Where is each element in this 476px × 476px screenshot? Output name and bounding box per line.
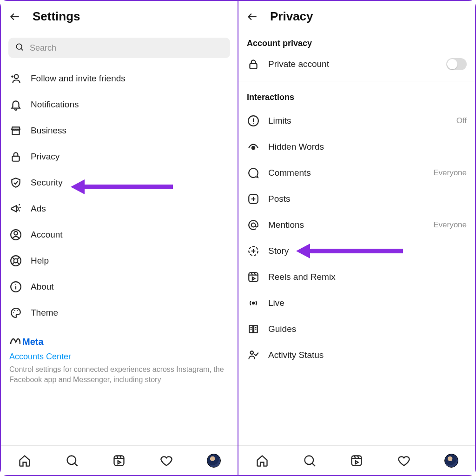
list-item-label: Posts xyxy=(268,194,467,204)
home-icon[interactable] xyxy=(255,454,269,468)
svg-point-3 xyxy=(14,74,19,79)
settings-item-security[interactable]: Security xyxy=(1,170,238,196)
account-icon xyxy=(9,228,22,241)
story-icon xyxy=(247,245,260,258)
avatar xyxy=(207,454,221,468)
svg-point-40 xyxy=(251,223,256,227)
meta-logo: Meta xyxy=(9,336,229,347)
list-item-label: Ads xyxy=(31,204,229,214)
settings-panel: Settings Search Follow and invite friend… xyxy=(1,1,238,475)
svg-marker-30 xyxy=(118,461,121,464)
reels-icon xyxy=(247,271,260,284)
svg-line-17 xyxy=(12,262,14,264)
privacy-panel: Privacy Account privacy Private account … xyxy=(238,1,475,475)
svg-rect-57 xyxy=(352,456,362,465)
search-nav-icon[interactable] xyxy=(65,454,79,468)
svg-line-15 xyxy=(17,262,20,264)
at-sign-icon xyxy=(247,218,260,231)
list-item-label: Private account xyxy=(268,59,438,69)
settings-list: Follow and invite friends Notifications … xyxy=(1,63,238,326)
list-item-label: Notifications xyxy=(31,99,229,110)
list-item-label: Account xyxy=(31,230,229,240)
privacy-item-mentions[interactable]: Mentions Everyone xyxy=(238,212,475,238)
svg-point-24 xyxy=(67,456,76,464)
guides-icon xyxy=(247,323,260,336)
privacy-item-limits[interactable]: Limits Off xyxy=(238,108,475,134)
lifebuoy-icon xyxy=(9,254,22,267)
plus-square-icon xyxy=(247,192,260,205)
privacy-item-comments[interactable]: Comments Everyone xyxy=(238,160,475,186)
reels-nav-icon[interactable] xyxy=(350,454,364,468)
settings-item-ads[interactable]: Ads xyxy=(1,196,238,222)
privacy-item-live[interactable]: Live xyxy=(238,290,475,316)
list-item-trail: Everyone xyxy=(433,220,467,230)
list-item-trail: Everyone xyxy=(433,168,467,178)
svg-point-13 xyxy=(14,259,18,263)
section-interactions: Interactions xyxy=(238,81,475,105)
eye-hidden-icon xyxy=(247,140,260,153)
interactions-list: Limits Off Hidden Words Comments Everyon… xyxy=(238,105,475,368)
privacy-item-private-account[interactable]: Private account xyxy=(238,51,475,77)
settings-item-notifications[interactable]: Notifications xyxy=(1,92,238,118)
meta-section: Meta Accounts Center Control settings fo… xyxy=(1,326,238,387)
svg-rect-6 xyxy=(12,156,19,161)
meta-brand-text: Meta xyxy=(22,337,44,347)
svg-marker-61 xyxy=(356,461,358,464)
svg-point-23 xyxy=(17,310,18,311)
heart-nav-icon[interactable] xyxy=(397,454,411,468)
toggle-switch[interactable] xyxy=(446,58,467,70)
back-arrow-icon[interactable] xyxy=(8,10,21,23)
accounts-center-link[interactable]: Accounts Center xyxy=(9,347,229,364)
heart-nav-icon[interactable] xyxy=(159,454,173,468)
page-title: Privacy xyxy=(270,9,313,24)
svg-point-54 xyxy=(251,351,254,354)
svg-point-22 xyxy=(14,310,15,311)
list-item-label: Mentions xyxy=(268,220,425,230)
list-item-label: Privacy xyxy=(31,152,229,162)
settings-item-follow-invite[interactable]: Follow and invite friends xyxy=(1,66,238,92)
profile-nav-icon[interactable] xyxy=(207,454,221,468)
svg-line-14 xyxy=(12,257,14,259)
settings-item-account[interactable]: Account xyxy=(1,222,238,248)
reels-nav-icon[interactable] xyxy=(112,454,126,468)
meta-description: Control settings for connected experienc… xyxy=(9,364,229,387)
svg-rect-44 xyxy=(249,272,258,282)
profile-nav-icon[interactable] xyxy=(444,454,458,468)
privacy-item-guides[interactable]: Guides xyxy=(238,316,475,342)
settings-item-privacy[interactable]: Privacy xyxy=(1,144,238,170)
bell-icon xyxy=(9,98,22,111)
storefront-icon xyxy=(9,124,22,137)
svg-point-21 xyxy=(13,312,14,313)
privacy-item-hidden-words[interactable]: Hidden Words xyxy=(238,134,475,160)
list-item-label: About xyxy=(31,282,229,292)
bottom-nav xyxy=(1,445,238,475)
svg-line-7 xyxy=(19,204,20,205)
list-item-label: Follow and invite friends xyxy=(31,73,229,84)
bottom-nav xyxy=(238,445,475,475)
search-input[interactable]: Search xyxy=(8,38,230,58)
lock-icon xyxy=(9,150,22,163)
privacy-item-activity-status[interactable]: Activity Status xyxy=(238,342,475,368)
settings-item-business[interactable]: Business xyxy=(1,118,238,144)
privacy-header: Privacy xyxy=(238,1,475,27)
svg-point-1 xyxy=(16,44,22,49)
list-item-label: Hidden Words xyxy=(268,142,467,152)
svg-marker-48 xyxy=(252,277,255,280)
settings-item-theme[interactable]: Theme xyxy=(1,300,238,326)
svg-line-25 xyxy=(75,463,78,466)
privacy-item-posts[interactable]: Posts xyxy=(238,186,475,212)
section-account-privacy: Account privacy xyxy=(238,27,475,51)
list-item-label: Live xyxy=(268,298,467,308)
home-icon[interactable] xyxy=(18,454,32,468)
search-nav-icon[interactable] xyxy=(303,454,317,468)
alert-circle-icon xyxy=(247,114,260,127)
info-icon xyxy=(9,280,22,293)
settings-item-about[interactable]: About xyxy=(1,274,238,300)
settings-header: Settings xyxy=(1,1,238,27)
back-arrow-icon[interactable] xyxy=(246,10,259,23)
svg-point-11 xyxy=(14,231,18,235)
settings-item-help[interactable]: Help xyxy=(1,248,238,274)
privacy-item-reels-remix[interactable]: Reels and Remix xyxy=(238,264,475,290)
list-item-label: Guides xyxy=(268,324,467,334)
palette-icon xyxy=(9,306,22,319)
